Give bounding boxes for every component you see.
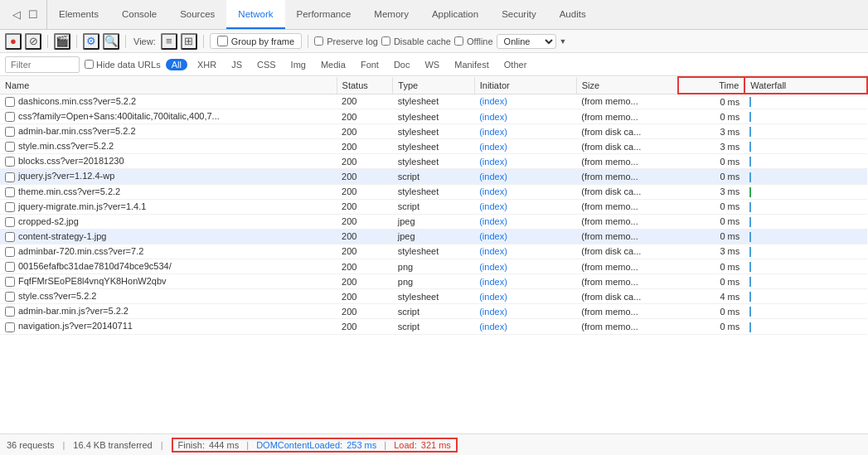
tab-elements[interactable]: Elements <box>47 0 110 29</box>
tab-performance[interactable]: Performance <box>285 0 363 29</box>
cell-initiator[interactable]: (index) <box>474 244 576 259</box>
initiator-link[interactable]: (index) <box>479 157 507 167</box>
stop-button[interactable]: ⊘ <box>25 33 41 50</box>
initiator-link[interactable]: (index) <box>479 322 507 332</box>
size-column-header[interactable]: Size <box>576 77 678 94</box>
hide-data-urls-item[interactable]: Hide data URLs <box>85 60 161 70</box>
cell-initiator[interactable]: (index) <box>474 289 576 304</box>
table-row[interactable]: adminbar-720.min.css?ver=7.2200styleshee… <box>0 244 867 259</box>
initiator-link[interactable]: (index) <box>479 112 507 122</box>
disable-cache-checkbox[interactable] <box>381 36 390 46</box>
table-row[interactable]: admin-bar.min.css?ver=5.2.2200stylesheet… <box>0 124 867 139</box>
record-button[interactable]: ● <box>5 33 22 50</box>
group-view-button[interactable]: ⊞ <box>181 33 197 50</box>
row-checkbox[interactable] <box>5 127 15 137</box>
row-checkbox[interactable] <box>5 97 15 107</box>
tab-application[interactable]: Application <box>420 0 490 29</box>
camera-button[interactable]: 🎬 <box>54 33 70 50</box>
initiator-link[interactable]: (index) <box>479 262 507 272</box>
row-checkbox[interactable] <box>5 202 15 212</box>
xhr-filter-button[interactable]: XHR <box>192 59 221 70</box>
initiator-link[interactable]: (index) <box>479 246 507 256</box>
table-row[interactable]: style.css?ver=5.2.2200stylesheet(index)(… <box>0 289 867 304</box>
initiator-link[interactable]: (index) <box>479 186 507 196</box>
hide-data-urls-checkbox[interactable] <box>85 60 94 69</box>
initiator-link[interactable]: (index) <box>479 172 507 182</box>
row-checkbox[interactable] <box>5 217 15 227</box>
initiator-link[interactable]: (index) <box>479 142 507 152</box>
type-column-header[interactable]: Type <box>393 77 474 94</box>
initiator-link[interactable]: (index) <box>479 127 507 137</box>
cell-initiator[interactable]: (index) <box>474 304 576 319</box>
list-view-button[interactable]: ≡ <box>161 33 177 50</box>
initiator-link[interactable]: (index) <box>479 216 507 226</box>
tab-audits[interactable]: Audits <box>548 0 598 29</box>
initiator-link[interactable]: (index) <box>479 96 507 106</box>
cell-initiator[interactable]: (index) <box>474 274 576 289</box>
row-checkbox[interactable] <box>5 112 15 122</box>
cell-initiator[interactable]: (index) <box>474 169 576 184</box>
initiator-link[interactable]: (index) <box>479 201 507 211</box>
media-filter-button[interactable]: Media <box>316 59 351 70</box>
row-checkbox[interactable] <box>5 277 15 287</box>
tab-console[interactable]: Console <box>110 0 168 29</box>
cell-initiator[interactable]: (index) <box>474 94 576 109</box>
cell-initiator[interactable]: (index) <box>474 184 576 199</box>
tab-network[interactable]: Network <box>226 0 284 29</box>
cell-initiator[interactable]: (index) <box>474 199 576 214</box>
doc-filter-button[interactable]: Doc <box>389 59 415 70</box>
row-checkbox[interactable] <box>5 322 15 332</box>
table-row[interactable]: blocks.css?ver=20181230200stylesheet(ind… <box>0 154 867 169</box>
table-row[interactable]: css?family=Open+Sans:400italic,700italic… <box>0 109 867 124</box>
cell-initiator[interactable]: (index) <box>474 214 576 229</box>
filter-input[interactable] <box>5 56 80 73</box>
js-filter-button[interactable]: JS <box>226 59 247 70</box>
cell-initiator[interactable]: (index) <box>474 319 576 334</box>
initiator-link[interactable]: (index) <box>479 231 507 241</box>
row-checkbox[interactable] <box>5 262 15 272</box>
table-row[interactable]: jquery-migrate.min.js?ver=1.4.1200script… <box>0 199 867 214</box>
font-filter-button[interactable]: Font <box>356 59 384 70</box>
cell-initiator[interactable]: (index) <box>474 259 576 274</box>
row-checkbox[interactable] <box>5 172 15 182</box>
manifest-filter-button[interactable]: Manifest <box>449 59 494 70</box>
cell-initiator[interactable]: (index) <box>474 109 576 124</box>
offline-item[interactable]: Offline <box>454 36 493 46</box>
preserve-log-checkbox[interactable] <box>314 36 323 46</box>
cell-initiator[interactable]: (index) <box>474 124 576 139</box>
row-checkbox[interactable] <box>5 307 15 317</box>
initiator-link[interactable]: (index) <box>479 307 507 317</box>
tab-security[interactable]: Security <box>490 0 548 29</box>
inspect-icon[interactable]: ☐ <box>27 8 40 22</box>
table-row[interactable]: dashicons.min.css?ver=5.2.2200stylesheet… <box>0 94 867 109</box>
offline-checkbox[interactable] <box>454 36 463 46</box>
group-frame-checkbox[interactable] <box>217 36 228 46</box>
time-column-header[interactable]: Time <box>678 77 744 94</box>
disable-cache-item[interactable]: Disable cache <box>381 36 451 46</box>
row-checkbox[interactable] <box>5 187 15 197</box>
cell-initiator[interactable]: (index) <box>474 154 576 169</box>
filter-button[interactable]: ⚙ <box>83 33 99 50</box>
all-filter-button[interactable]: All <box>166 59 187 70</box>
status-column-header[interactable]: Status <box>337 77 393 94</box>
name-column-header[interactable]: Name <box>0 77 337 94</box>
row-checkbox[interactable] <box>5 157 15 167</box>
table-row[interactable]: admin-bar.min.js?ver=5.2.2200script(inde… <box>0 304 867 319</box>
img-filter-button[interactable]: Img <box>286 59 311 70</box>
ws-filter-button[interactable]: WS <box>419 59 444 70</box>
row-checkbox[interactable] <box>5 247 15 257</box>
initiator-column-header[interactable]: Initiator <box>474 77 576 94</box>
table-row[interactable]: jquery.js?ver=1.12.4-wp200script(index)(… <box>0 169 867 184</box>
row-checkbox[interactable] <box>5 232 15 242</box>
initiator-link[interactable]: (index) <box>479 292 507 302</box>
table-row[interactable]: FqfFMrSEoPE8l4vnqYK8HonW2qbv200png(index… <box>0 274 867 289</box>
cell-initiator[interactable]: (index) <box>474 139 576 154</box>
cell-initiator[interactable]: (index) <box>474 229 576 244</box>
waterfall-column-header[interactable]: Waterfall <box>744 77 867 94</box>
table-row[interactable]: cropped-s2.jpg200jpeg(index)(from memo..… <box>0 214 867 229</box>
preserve-log-item[interactable]: Preserve log <box>314 36 378 46</box>
throttle-select[interactable]: Online Fast 3G Slow 3G Offline <box>497 34 556 49</box>
row-checkbox[interactable] <box>5 292 15 302</box>
table-row[interactable]: navigation.js?ver=20140711200script(inde… <box>0 319 867 334</box>
table-row[interactable]: style.min.css?ver=5.2.2200stylesheet(ind… <box>0 139 867 154</box>
